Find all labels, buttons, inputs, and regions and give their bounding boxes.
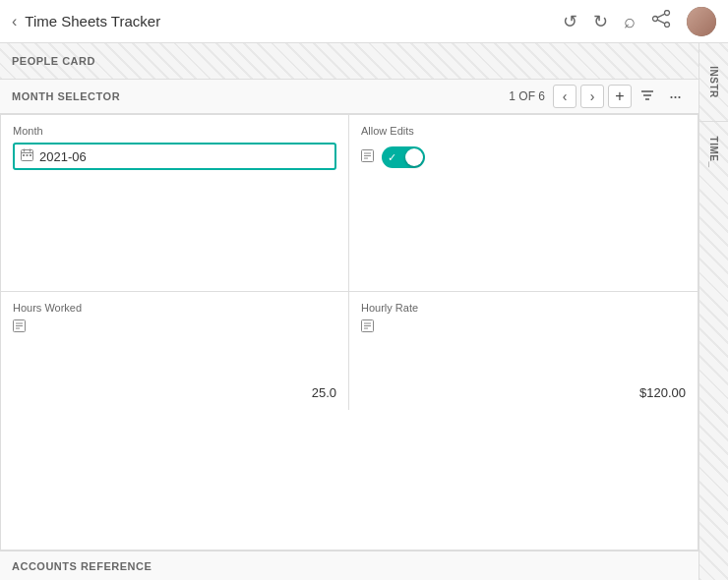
search-icon[interactable]: ⌕: [624, 10, 636, 32]
next-record-button[interactable]: ›: [580, 85, 604, 108]
svg-rect-13: [27, 154, 29, 156]
main-layout: PEOPLE Card MONTH SELECTOR 1 OF 6 ‹ › +: [0, 43, 728, 580]
filter-button[interactable]: [636, 85, 659, 108]
instr-tab-label: INSTR: [708, 66, 719, 98]
filter-icon: [640, 88, 654, 104]
month-value: 2021-06: [39, 149, 87, 164]
plus-icon: +: [615, 87, 624, 105]
people-card-label: PEOPLE Card: [12, 55, 95, 67]
chevron-right-icon: ›: [590, 88, 595, 104]
more-icon: ···: [669, 87, 681, 105]
header-actions: ‹ › + ···: [553, 85, 687, 108]
left-panel: PEOPLE Card MONTH SELECTOR 1 OF 6 ‹ › +: [0, 43, 698, 580]
allow-edits-field: Allow Edits ✓: [349, 115, 698, 291]
people-card-bar: PEOPLE Card: [0, 43, 698, 79]
toggle-thumb: [405, 148, 423, 166]
hours-worked-label: Hours Worked: [13, 302, 82, 314]
top-bar-left: ‹ Time Sheets Tracker: [12, 13, 563, 30]
hours-worked-header: Hours Worked: [13, 302, 336, 314]
allow-edits-toggle-wrapper: ✓: [361, 146, 686, 168]
undo-icon[interactable]: ↺: [563, 11, 577, 32]
more-button[interactable]: ···: [663, 85, 687, 108]
back-button[interactable]: ‹: [12, 13, 17, 30]
pagination-info: 1 OF 6: [509, 89, 545, 103]
month-field-label: Month: [13, 125, 336, 137]
time-tab[interactable]: TIME_: [699, 122, 728, 181]
share-icon[interactable]: [651, 10, 671, 32]
top-fields: Month: [1, 115, 698, 292]
redo-icon[interactable]: ↻: [593, 11, 608, 32]
accounts-label: ACCOUNTS REFERENCE: [12, 560, 152, 572]
right-panel-empty: [699, 181, 728, 580]
hourly-rate-icon: [361, 319, 374, 335]
hourly-rate-header: Hourly Rate: [361, 302, 686, 314]
chevron-left-icon: ‹: [563, 88, 568, 104]
top-bar-right: ↺ ↻ ⌕: [563, 7, 716, 36]
hours-worked-value: 25.0: [13, 385, 336, 400]
prev-record-button[interactable]: ‹: [553, 85, 576, 108]
bottom-fields: Hours Worked 25.0: [1, 292, 698, 410]
svg-point-0: [665, 11, 670, 16]
month-input[interactable]: 2021-06: [13, 143, 336, 170]
month-selector-header: MONTH SELECTOR 1 OF 6 ‹ › + ···: [0, 79, 698, 114]
hours-worked-field: Hours Worked 25.0: [1, 292, 349, 410]
accounts-bar: ACCOUNTS REFERENCE: [0, 551, 698, 580]
instr-tab[interactable]: INSTR: [699, 43, 728, 122]
record-area: Month: [0, 114, 698, 551]
top-bar: ‹ Time Sheets Tracker ↺ ↻ ⌕: [0, 0, 728, 43]
svg-point-1: [665, 23, 670, 28]
svg-point-2: [653, 17, 658, 22]
toggle-check-icon: ✓: [388, 151, 396, 164]
right-panel: INSTR TIME_: [698, 43, 728, 580]
app-title: Time Sheets Tracker: [25, 13, 160, 29]
allow-edits-toggle[interactable]: ✓: [382, 146, 425, 168]
hourly-rate-label: Hourly Rate: [361, 302, 418, 314]
svg-rect-12: [23, 154, 25, 156]
time-tab-label: TIME_: [708, 136, 719, 167]
month-selector-label: MONTH SELECTOR: [12, 90, 509, 102]
svg-line-4: [657, 20, 665, 24]
allow-edits-label: Allow Edits: [361, 125, 686, 137]
calendar-icon: [21, 148, 33, 164]
avatar[interactable]: [687, 7, 716, 36]
svg-line-3: [657, 14, 665, 18]
add-record-button[interactable]: +: [608, 85, 632, 108]
svg-rect-14: [30, 154, 31, 156]
month-field: Month: [1, 115, 349, 291]
hourly-rate-value: $120.00: [361, 385, 686, 400]
hours-worked-icon: [13, 319, 26, 335]
memo-icon: [361, 149, 374, 165]
hourly-rate-field: Hourly Rate $120.00: [349, 292, 698, 410]
